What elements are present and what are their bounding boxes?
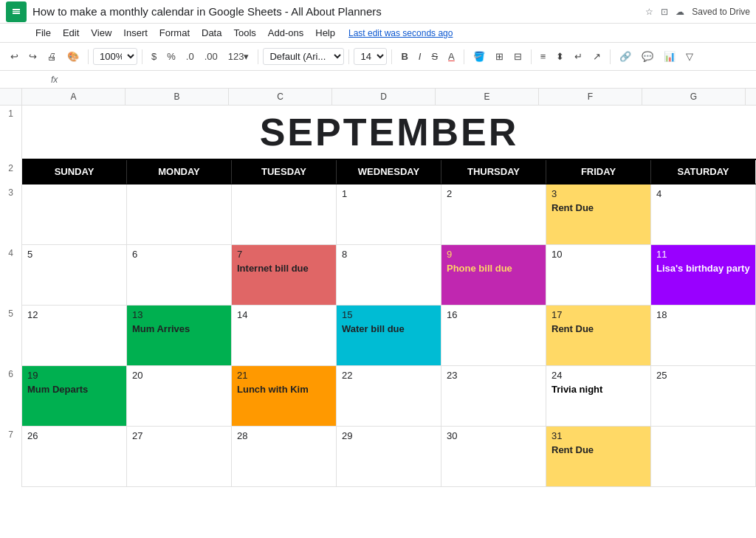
col-header-a[interactable]: A [22,89,126,105]
cal-cell-27-1[interactable]: 27 [127,427,232,487]
col-header-c[interactable]: C [229,89,332,105]
cal-cell-9-4[interactable]: 9Phone bill due [441,245,546,306]
toolbar-sep-2 [142,49,142,64]
present-mode-icon[interactable]: ⊡ [661,7,668,17]
cal-cell-5-0[interactable]: 5 [22,245,127,306]
cell-date-25: 25 [656,370,750,381]
redo-button[interactable]: ↪ [24,49,41,63]
cal-cell-8-3[interactable]: 8 [337,245,441,306]
font-select[interactable]: Default (Ari... [263,48,344,65]
september-title[interactable]: SEPTEMBER [22,106,756,160]
bold-button[interactable]: B [396,49,412,63]
cal-cell-6-1[interactable]: 6 [127,245,232,306]
cal-cell-empty-2[interactable] [232,184,337,245]
cal-cell-19-0[interactable]: 19Mum Departs [22,366,127,427]
cal-cell-29-3[interactable]: 29 [337,427,441,487]
title-icons: ☆ ⊡ ☁ Saved to Drive [645,7,750,17]
col-header-f[interactable]: F [539,89,642,105]
cell-date-28: 28 [237,430,331,441]
cal-cell-18-6[interactable]: 18 [651,306,756,366]
cal-cell-28-2[interactable]: 28 [232,427,337,487]
cal-cell-23-4[interactable]: 23 [441,366,546,427]
cal-cell-26-0[interactable]: 26 [22,427,127,487]
cell-date-20: 20 [132,370,226,381]
cal-cell-12-0[interactable]: 12 [22,306,127,366]
cal-cell-10-5[interactable]: 10 [546,245,651,306]
col-header-d[interactable]: D [332,89,436,105]
cal-cell-7-2[interactable]: 7Internet bill due [232,245,337,306]
cell-event: Water bill due [342,323,436,334]
cal-cell-11-6[interactable]: 11Lisa's birthday party [651,245,756,306]
toolbar-sep-8 [610,49,611,64]
menu-edit[interactable]: Edit [57,26,85,40]
cal-cell-15-3[interactable]: 15Water bill due [337,306,441,366]
print-button[interactable]: 🖨 [43,49,61,63]
col-header-g[interactable]: G [642,89,746,105]
cal-cell-1-3[interactable]: 1 [337,184,441,245]
number-format-button[interactable]: 123▾ [224,49,254,63]
merge-button[interactable]: ⊟ [509,49,526,63]
decimal-decrease-button[interactable]: .0 [182,49,199,63]
align-button[interactable]: ≡ [536,49,551,63]
cal-cell-16-4[interactable]: 16 [441,306,546,366]
cell-date-11: 11 [656,249,750,260]
col-header-e[interactable]: E [436,89,539,105]
cell-date-1: 1 [342,188,436,199]
col-header-b[interactable]: B [126,89,229,105]
cell-event: Rent Due [551,202,645,213]
cell-date-31: 31 [551,430,645,441]
star-icon[interactable]: ☆ [645,7,653,17]
menu-help[interactable]: Help [309,26,341,40]
menu-file[interactable]: File [30,26,57,40]
cal-cell-2-4[interactable]: 2 [441,184,546,245]
cell-date-18: 18 [656,309,750,320]
cal-cell-13-1[interactable]: 13Mum Arrives [127,306,232,366]
cal-cell-21-2[interactable]: 21Lunch with Kim [232,366,337,427]
cal-cell-20-1[interactable]: 20 [127,366,232,427]
cal-cell-17-5[interactable]: 17Rent Due [546,306,651,366]
rotate-button[interactable]: ↗ [588,49,605,63]
chart-button[interactable]: 📊 [659,49,680,63]
percent-button[interactable]: % [162,49,180,63]
cal-cell-3-5[interactable]: 3Rent Due [546,184,651,245]
menu-view[interactable]: View [85,26,117,40]
cal-cell-22-3[interactable]: 22 [337,366,441,427]
undo-button[interactable]: ↩ [6,49,23,63]
text-color-button[interactable]: A [444,49,459,63]
cell-date-5: 5 [27,249,121,260]
menu-tools[interactable]: Tools [227,26,261,40]
row-num-1: 1 [0,106,22,160]
day-header-tuesday: TUESDAY [232,160,337,184]
link-button[interactable]: 🔗 [615,49,636,63]
cal-cell-24-5[interactable]: 24Trivia night [546,366,651,427]
row-1: 1 SEPTEMBER [0,106,756,160]
row-num-3: 3 [0,184,22,245]
filter-button[interactable]: ▽ [681,49,698,63]
cal-cell-empty-1[interactable] [127,184,232,245]
italic-button[interactable]: I [414,49,426,63]
cal-cell-empty-6[interactable] [651,427,756,487]
cal-cell-30-4[interactable]: 30 [441,427,546,487]
cal-cell-25-6[interactable]: 25 [651,366,756,427]
currency-button[interactable]: $ [147,49,161,63]
menu-addons[interactable]: Add-ons [262,26,309,40]
wrap-button[interactable]: ↵ [570,49,587,63]
font-size-select[interactable]: 14 [354,48,387,65]
comment-button[interactable]: 💬 [637,49,658,63]
menu-insert[interactable]: Insert [117,26,154,40]
strikethrough-button[interactable]: S [427,49,442,63]
borders-button[interactable]: ⊞ [491,49,508,63]
cell-date-6: 6 [132,249,226,260]
valign-button[interactable]: ⬍ [551,49,568,63]
cal-cell-empty-0[interactable] [22,184,127,245]
menu-data[interactable]: Data [196,26,227,40]
decimal-increase-button[interactable]: .00 [200,49,222,63]
paint-format-button[interactable]: 🎨 [63,49,83,63]
cell-date-14: 14 [237,309,331,320]
menu-format[interactable]: Format [154,26,196,40]
cal-cell-14-2[interactable]: 14 [232,306,337,366]
cal-cell-4-6[interactable]: 4 [651,184,756,245]
fill-color-button[interactable]: 🪣 [469,49,489,63]
zoom-select[interactable]: 100% [93,48,137,65]
cal-cell-31-5[interactable]: 31Rent Due [546,427,651,487]
